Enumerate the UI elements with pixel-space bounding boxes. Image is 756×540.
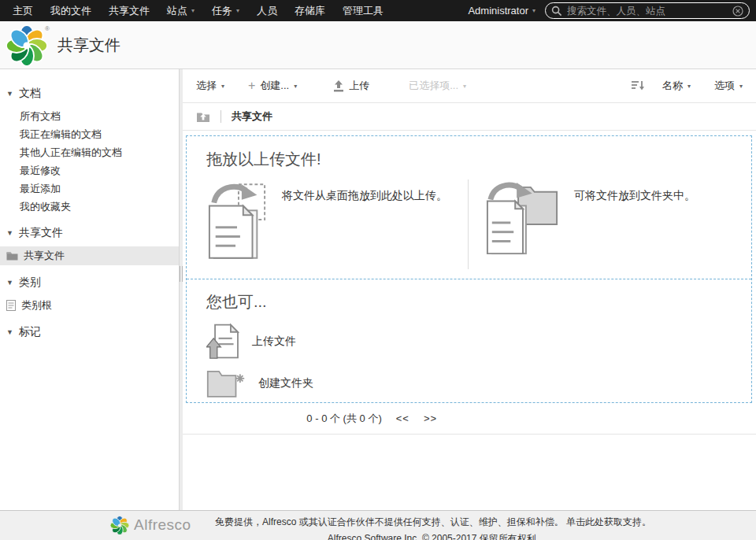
nav-admin-tools[interactable]: 管理工具: [334, 0, 392, 21]
empty-space: [183, 435, 756, 510]
section-label: 标记: [19, 325, 41, 339]
sidebar-section-tags[interactable]: ▼ 标记: [6, 325, 179, 339]
also-headline: 您也可...: [206, 291, 732, 313]
search-input[interactable]: [567, 6, 732, 17]
nav-people-label: 人员: [257, 0, 277, 21]
chevron-down-icon: ▾: [463, 83, 466, 90]
create-folder-label: 创建文件夹: [258, 376, 313, 390]
dropzone-divider: [187, 279, 751, 279]
chevron-down-icon: ▾: [191, 0, 195, 21]
collapse-triangle-icon: ▼: [6, 328, 13, 336]
nav-people[interactable]: 人员: [248, 0, 286, 21]
folder-up-icon[interactable]: [196, 110, 210, 123]
breadcrumb-current[interactable]: 共享文件: [232, 109, 272, 124]
sort-field-label: 名称: [662, 79, 683, 93]
splitter-grip-icon[interactable]: [180, 266, 183, 282]
footer-brand-name: Alfresco: [134, 516, 191, 534]
sidebar-splitter[interactable]: [180, 69, 183, 510]
sidebar-section-shared-files[interactable]: ▼ 共享文件: [6, 226, 179, 240]
collapse-triangle-icon: ▼: [6, 90, 13, 98]
select-button[interactable]: 选择▾: [196, 79, 224, 93]
upload-file-action[interactable]: 上传文件: [206, 323, 380, 360]
alfresco-logo-icon: ®: [6, 24, 47, 65]
title-bar: ® 共享文件: [0, 21, 756, 69]
paginator-next-button[interactable]: >>: [424, 412, 437, 424]
folder-hint-text: 可将文件放到文件夹中。: [574, 187, 695, 269]
nav-repository[interactable]: 存储库: [286, 0, 334, 21]
folder-icon: [6, 251, 18, 261]
nav-shared-files[interactable]: 共享文件: [100, 0, 158, 21]
nav-sites[interactable]: 站点▾: [158, 0, 203, 21]
user-menu-label: Administrator: [468, 5, 528, 17]
document-icon: [6, 300, 16, 311]
nav-home[interactable]: 主页: [4, 0, 42, 21]
search-box[interactable]: [545, 2, 750, 19]
chevron-down-icon: ▾: [221, 83, 224, 90]
select-label: 选择: [196, 79, 217, 93]
nav-home-label: 主页: [13, 0, 33, 21]
nav-tasks-label: 任务: [212, 0, 232, 21]
selected-items-label: 已选择项...: [409, 79, 458, 93]
sidebar-item-all-documents[interactable]: 所有文档: [0, 107, 179, 125]
section-label: 类别: [19, 276, 41, 290]
sort-direction-icon[interactable]: [632, 80, 645, 91]
nav-tasks[interactable]: 任务▾: [203, 0, 248, 21]
chevron-down-icon: ▾: [739, 83, 743, 90]
drag-drop-zone: 拖放以上传文件! 将文件从桌面拖放到此处以上传。: [186, 135, 752, 403]
upload-label: 上传: [349, 79, 369, 93]
section-label: 共享文件: [19, 226, 63, 240]
create-folder-action[interactable]: 创建文件夹: [206, 368, 380, 398]
collapse-triangle-icon: ▼: [6, 279, 13, 287]
paginator-prev-button[interactable]: <<: [396, 412, 410, 424]
page-title: 共享文件: [57, 35, 120, 56]
options-button[interactable]: 选项▾: [714, 79, 743, 93]
alfresco-logo-icon: [110, 516, 129, 534]
sidebar-tree-category-root[interactable]: 类别根: [0, 296, 179, 315]
footer: Alfresco 免费提供，Alfresco 或其认证合作伙伴不提供任何支持、认…: [0, 510, 756, 540]
footer-brand: Alfresco: [110, 516, 191, 534]
chevron-down-icon: ▾: [236, 0, 239, 21]
selected-items-button[interactable]: 已选择项...▾: [409, 79, 466, 93]
drag-documents-illustration: [206, 179, 268, 263]
tree-item-label: 类别根: [21, 298, 52, 313]
paginator-range: 0 - 0 个 (共 0 个): [306, 412, 381, 426]
sidebar-item-im-editing[interactable]: 我正在编辑的文档: [0, 125, 179, 143]
top-nav-bar: 主页 我的文件 共享文件 站点▾ 任务▾ 人员 存储库 管理工具 Adminis…: [0, 0, 756, 21]
user-menu[interactable]: Administrator▾: [458, 5, 545, 17]
footer-disclaimer-line: 免费提供，Alfresco 或其认证合作伙伴不提供任何支持、认证、维护、担保和补…: [110, 516, 756, 527]
upload-button[interactable]: 上传: [333, 79, 369, 93]
footer-disclaimer: 免费提供，Alfresco 或其认证合作伙伴不提供任何支持、认证、维护、担保和补…: [215, 516, 564, 527]
sort-field-button[interactable]: 名称▾: [662, 79, 691, 93]
collapse-triangle-icon: ▼: [6, 229, 13, 237]
search-icon[interactable]: [551, 6, 562, 17]
nav-sites-label: 站点: [167, 0, 187, 21]
doclist-toolbar: 选择▾ +创建...▾ 上传 已选择项...▾ 名称▾ 选项▾: [183, 69, 756, 103]
create-button[interactable]: +创建...▾: [248, 79, 297, 93]
create-folder-icon: [206, 368, 246, 398]
nav-my-files[interactable]: 我的文件: [42, 0, 100, 21]
main-panel: 选择▾ +创建...▾ 上传 已选择项...▾ 名称▾ 选项▾ 共享文件 拖放以…: [183, 69, 756, 510]
dropzone-headline: 拖放以上传文件!: [206, 149, 732, 170]
sidebar-section-categories[interactable]: ▼ 类别: [6, 276, 179, 290]
nav-admin-tools-label: 管理工具: [343, 0, 384, 21]
nav-repository-label: 存储库: [295, 0, 325, 21]
chevron-down-icon: ▾: [294, 83, 297, 90]
footer-support-link[interactable]: 单击此处获取支持。: [566, 516, 651, 527]
breadcrumb: 共享文件: [183, 103, 756, 131]
sidebar-item-others-editing[interactable]: 其他人正在编辑的文档: [0, 143, 179, 161]
chevron-down-icon: ▾: [687, 83, 691, 90]
sidebar-section-documents[interactable]: ▼ 文档: [6, 87, 179, 101]
upload-icon: [333, 80, 344, 92]
sidebar-item-recently-modified[interactable]: 最近修改: [0, 161, 179, 179]
sidebar-tree-shared-files[interactable]: 共享文件: [0, 246, 179, 265]
clear-search-icon[interactable]: [732, 6, 743, 17]
section-label: 文档: [19, 87, 41, 101]
sidebar-item-my-favorites[interactable]: 我的收藏夹: [0, 198, 179, 216]
chevron-down-icon: ▾: [532, 7, 536, 14]
plus-icon: +: [248, 80, 255, 92]
registered-mark: ®: [45, 25, 50, 32]
upload-file-label: 上传文件: [252, 335, 296, 349]
nav-my-files-label: 我的文件: [50, 0, 91, 21]
sidebar-item-recently-added[interactable]: 最近添加: [0, 179, 179, 198]
nav-shared-files-label: 共享文件: [109, 0, 150, 21]
